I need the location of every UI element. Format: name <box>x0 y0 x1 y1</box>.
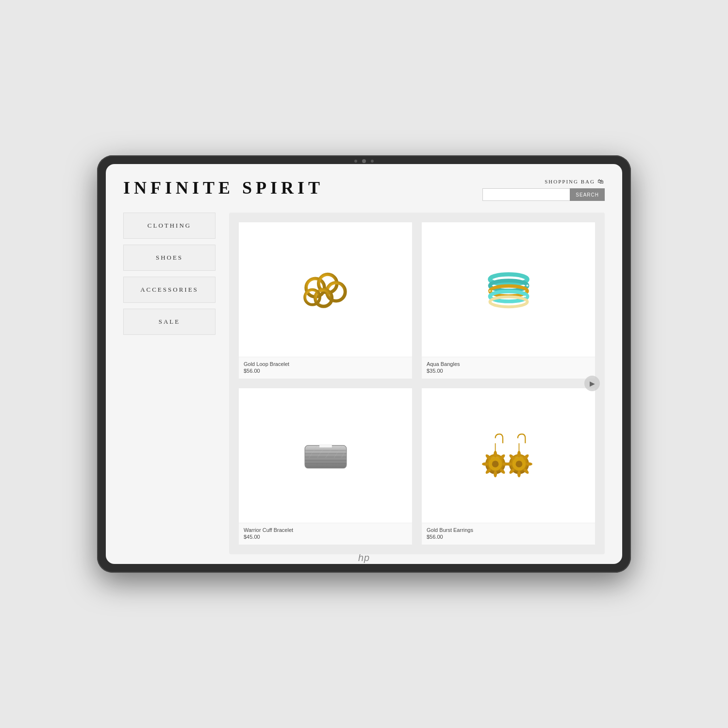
product-image-4 <box>422 388 595 523</box>
product-name-2: Aqua Bangles <box>427 361 590 367</box>
tablet-screen: INFINITE SPIRIT SHOPPING BAG 🛍 SEARCH <box>106 164 622 564</box>
svg-rect-26 <box>319 444 332 447</box>
svg-point-13 <box>524 296 526 297</box>
tablet-device: hp INFINITE SPIRIT SHOPPING BAG 🛍 SEARCH <box>97 155 631 573</box>
product-info-3: Warrior Cuff Bracelet $45.00 <box>239 523 412 545</box>
svg-point-48 <box>506 462 513 465</box>
dot-right <box>371 160 374 163</box>
svg-point-12 <box>489 290 490 291</box>
product-info-2: Aqua Bangles $35.00 <box>422 357 595 379</box>
nav-clothing[interactable]: CLOTHING <box>123 213 215 239</box>
svg-point-34 <box>494 470 497 477</box>
svg-point-46 <box>517 470 521 477</box>
svg-point-44 <box>526 462 532 465</box>
product-card-3[interactable]: Warrior Cuff Bracelet $45.00 <box>239 388 412 545</box>
nav-accessories[interactable]: ACCESSORIES <box>123 277 215 303</box>
search-row: SEARCH <box>482 188 605 201</box>
bag-icon: 🛍 <box>597 178 605 185</box>
product-price-1: $56.00 <box>244 368 407 374</box>
product-price-4: $56.00 <box>427 534 590 540</box>
main-layout: CLOTHING SHOES ACCESSORIES SALE <box>123 213 605 554</box>
header: INFINITE SPIRIT SHOPPING BAG 🛍 SEARCH <box>123 178 605 201</box>
product-image-3 <box>239 388 412 523</box>
product-card-4[interactable]: Gold Burst Earrings $56.00 <box>422 388 595 545</box>
product-name-1: Gold Loop Bracelet <box>244 361 407 367</box>
product-area: Gold Loop Bracelet $56.00 <box>229 213 605 554</box>
product-image-1 <box>239 222 412 357</box>
product-card-1[interactable]: Gold Loop Bracelet $56.00 <box>239 222 412 379</box>
dot-center <box>362 159 366 163</box>
shopping-bag-link[interactable]: SHOPPING BAG 🛍 <box>545 178 605 185</box>
product-price-2: $35.00 <box>427 368 590 374</box>
shopping-bag-label: SHOPPING BAG <box>545 179 595 184</box>
nav-sale[interactable]: SALE <box>123 309 215 335</box>
next-arrow-button[interactable]: ▶ <box>584 376 600 391</box>
product-card-2[interactable]: Aqua Bangles $35.00 <box>422 222 595 379</box>
product-info-1: Gold Loop Bracelet $56.00 <box>239 357 412 379</box>
svg-point-11 <box>526 284 528 286</box>
product-price-3: $45.00 <box>244 534 407 540</box>
dot-left <box>354 160 357 163</box>
search-input[interactable] <box>482 188 570 201</box>
sidebar: CLOTHING SHOES ACCESSORIES SALE <box>123 213 215 554</box>
product-name-4: Gold Burst Earrings <box>427 527 590 533</box>
svg-rect-14 <box>305 445 347 468</box>
svg-point-41 <box>515 461 522 467</box>
header-right: SHOPPING BAG 🛍 SEARCH <box>482 178 605 201</box>
camera-dots <box>354 159 374 163</box>
brand-title: INFINITE SPIRIT <box>123 178 324 198</box>
product-image-2 <box>422 222 595 357</box>
app-container: INFINITE SPIRIT SHOPPING BAG 🛍 SEARCH <box>106 164 622 564</box>
svg-point-29 <box>492 461 498 467</box>
nav-shoes[interactable]: SHOES <box>123 245 215 271</box>
product-name-3: Warrior Cuff Bracelet <box>244 527 407 533</box>
product-info-4: Gold Burst Earrings $56.00 <box>422 523 595 545</box>
product-grid: Gold Loop Bracelet $56.00 <box>239 222 595 545</box>
search-button[interactable]: SEARCH <box>570 188 605 201</box>
svg-point-36 <box>482 462 489 465</box>
